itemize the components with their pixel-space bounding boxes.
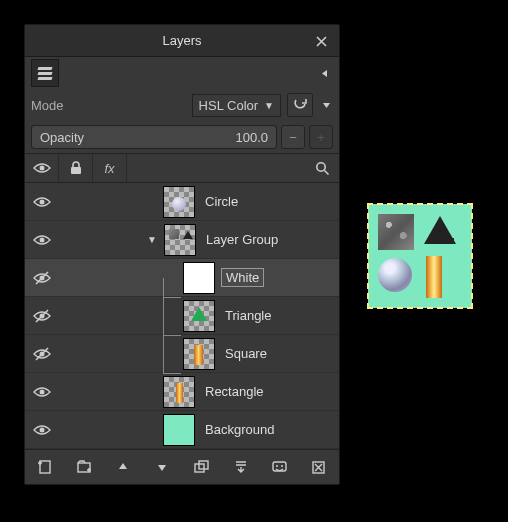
mode-dropdown[interactable]: HSL Color ▼ [192,94,281,117]
svg-point-4 [40,237,45,242]
layer-name[interactable]: White [221,268,264,287]
titlebar: Layers [25,25,339,57]
opacity-plus-button[interactable]: + [309,125,333,149]
fx-header[interactable]: fx [93,154,127,182]
layers-icon [38,67,52,80]
panel-menu-button[interactable] [315,64,333,82]
layer-name[interactable]: Square [221,345,271,362]
layer-row-square[interactable]: Square [25,335,339,373]
visibility-toggle[interactable] [25,347,59,361]
svg-point-16 [281,465,283,467]
visibility-toggle[interactable] [25,234,59,246]
opacity-label: Opacity [40,130,84,145]
canvas-square-texture [378,214,414,250]
mode-row: Mode HSL Color ▼ [25,89,339,121]
layer-row-circle[interactable]: Circle [25,183,339,221]
layer-list: Circle ▼ Layer Group [25,183,339,449]
chevron-down-icon: ▼ [264,100,274,111]
layer-thumbnail [163,186,195,218]
canvas-preview [368,204,472,308]
visibility-toggle[interactable] [25,271,59,285]
canvas-triangle [424,216,456,244]
new-group-button[interactable] [72,456,96,478]
delete-layer-button[interactable] [307,456,331,478]
dock-tab-row [25,57,339,89]
layer-row-background[interactable]: Background [25,411,339,449]
svg-rect-14 [273,462,286,471]
duplicate-layer-button[interactable] [190,456,214,478]
layer-row-rectangle[interactable]: Rectangle [25,373,339,411]
opacity-minus-button[interactable]: − [281,125,305,149]
layer-name[interactable]: Background [201,421,278,438]
svg-point-0 [39,166,44,171]
close-button[interactable] [309,29,333,53]
canvas-rectangle [426,256,442,298]
visibility-toggle[interactable] [25,309,59,323]
new-layer-button[interactable] [33,456,57,478]
mask-button[interactable] [268,456,292,478]
layer-name[interactable]: Triangle [221,307,275,324]
layer-thumbnail [164,224,196,256]
opacity-value: 100.0 [235,130,268,145]
svg-point-3 [40,199,45,204]
visibility-toggle[interactable] [25,386,59,398]
layer-thumbnail [163,414,195,446]
layer-name[interactable]: Rectangle [201,383,268,400]
canvas-circle [378,258,412,292]
lower-layer-button[interactable] [150,456,174,478]
layer-row-white[interactable]: White [25,259,339,297]
visibility-header[interactable] [25,154,59,182]
visibility-toggle[interactable] [25,196,59,208]
layers-tab[interactable] [31,59,59,87]
layer-list-header: fx [25,153,339,183]
mode-label: Mode [31,98,64,113]
svg-point-2 [316,162,324,170]
layer-actions-bar [25,449,339,484]
visibility-toggle[interactable] [25,424,59,436]
layer-thumbnail [183,338,215,370]
svg-point-8 [40,389,45,394]
opacity-row: Opacity 100.0 − + [25,121,339,153]
lock-header[interactable] [59,154,93,182]
layer-row-group[interactable]: ▼ Layer Group [25,221,339,259]
mode-value: HSL Color [199,98,258,113]
panel-title: Layers [162,33,201,48]
layer-name[interactable]: Circle [201,193,242,210]
merge-down-button[interactable] [229,456,253,478]
mode-expand-icon[interactable] [319,93,333,117]
raise-layer-button[interactable] [111,456,135,478]
layer-thumbnail [163,376,195,408]
layer-thumbnail [183,262,215,294]
svg-point-15 [276,465,278,467]
svg-point-9 [40,427,45,432]
svg-rect-1 [71,167,81,174]
expand-toggle[interactable]: ▼ [145,234,159,245]
layer-row-triangle[interactable]: Triangle [25,297,339,335]
opacity-slider[interactable]: Opacity 100.0 [31,125,277,149]
mode-switch-button[interactable] [287,93,313,117]
layer-name[interactable]: Layer Group [202,231,282,248]
layers-panel: Layers Mode HSL Color ▼ Opacity 10 [24,24,340,485]
search-button[interactable] [305,161,339,176]
layer-thumbnail [183,300,215,332]
